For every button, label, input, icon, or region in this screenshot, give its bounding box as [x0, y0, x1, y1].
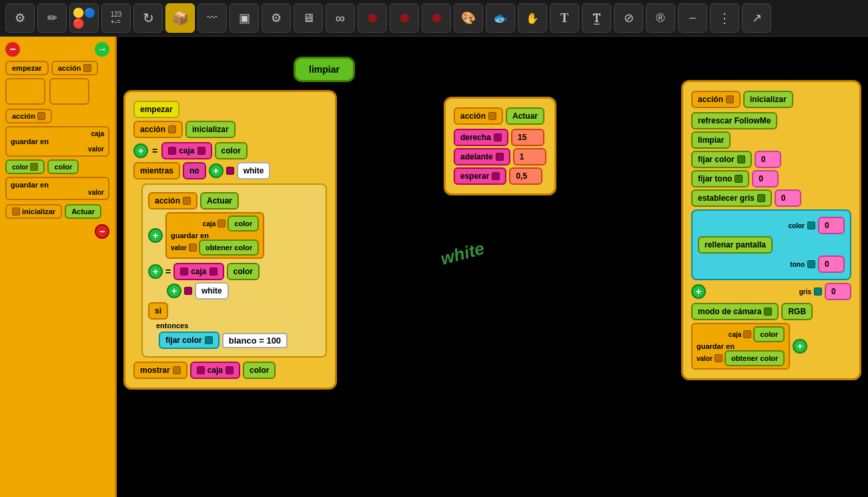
- registered-btn[interactable]: ®: [646, 3, 675, 33]
- sidebar-valor2-label: valor: [88, 189, 104, 196]
- accion1-connector: [168, 125, 176, 133]
- rellenar-block: rellenar pantalla: [698, 236, 773, 254]
- stop3-btn[interactable]: ⊗: [422, 3, 451, 33]
- val1-block: 1: [513, 148, 546, 165]
- minus-btn[interactable]: −: [678, 3, 707, 33]
- refresh-btn[interactable]: ↻: [133, 3, 163, 33]
- sidebar-plus-btn[interactable]: →: [95, 42, 109, 57]
- right-add-btn2[interactable]: +: [793, 339, 807, 354]
- sidebar: − → empezar acción acción caja guardar e…: [0, 37, 117, 497]
- stop2-btn[interactable]: ⊗: [390, 3, 419, 33]
- palette-btn[interactable]: 🎨: [454, 3, 483, 33]
- text2-btn[interactable]: T̲: [582, 3, 611, 33]
- val0-5-block: 0: [818, 256, 845, 273]
- right-accion-conn: [726, 95, 734, 103]
- mostrar-conn: [173, 366, 181, 374]
- frame-btn[interactable]: ▣: [230, 3, 259, 33]
- color-label-r: color: [789, 222, 805, 229]
- gear2-btn[interactable]: ⚙: [262, 3, 291, 33]
- val0-1-block: 0: [755, 151, 781, 168]
- caja2-conn1: [180, 268, 188, 276]
- add-btn-2[interactable]: +: [148, 228, 163, 243]
- right-establecer-gris: establecer gris: [691, 189, 772, 207]
- dots-btn[interactable]: ⋮: [710, 3, 739, 33]
- sidebar-minus-btn[interactable]: −: [5, 42, 20, 57]
- monitor-btn[interactable]: 🖥: [294, 3, 323, 33]
- fijar-color-conn: [205, 336, 213, 344]
- val0-2-block: 0: [752, 170, 779, 187]
- mientras-body: acción Actuar + caja color: [141, 183, 327, 358]
- caja2-block: caja: [173, 263, 224, 280]
- guardar-caja-connector: [218, 219, 226, 227]
- sidebar-actuar: Actuar: [65, 204, 101, 219]
- floating-white-text: white: [438, 238, 486, 270]
- pencil-btn[interactable]: ✏: [37, 3, 67, 33]
- right-valor-label: valor: [697, 355, 713, 362]
- mientras-block: mientras: [133, 162, 180, 179]
- fish-btn[interactable]: 🐟: [486, 3, 515, 33]
- mostrar-block: mostrar: [133, 362, 187, 379]
- sidebar-valor-label: valor: [88, 145, 104, 153]
- add-btn-1[interactable]: +: [133, 143, 148, 158]
- add-btn-mientras[interactable]: +: [209, 163, 224, 178]
- valor-label-3: valor: [171, 244, 187, 252]
- valor-connector: [189, 243, 197, 252]
- box-btn[interactable]: 📦: [165, 3, 195, 33]
- no-block: no: [183, 162, 206, 179]
- empezar-block: empezar: [133, 101, 179, 118]
- main-program-block: empezar acción inicializar + = caja colo…: [123, 90, 337, 390]
- wave-btn[interactable]: 〰: [197, 3, 227, 33]
- right-limpiar-block: limpiar: [691, 131, 731, 149]
- sidebar-accion-connector: [83, 64, 91, 72]
- color-r-conn: [807, 221, 815, 229]
- caja1-block: caja: [161, 142, 211, 159]
- sidebar-bottom-minus[interactable]: −: [95, 224, 109, 239]
- right-caja-label: caja: [729, 331, 741, 338]
- esperar-block: esperar: [454, 167, 506, 185]
- esperar-conn: [492, 172, 500, 180]
- blanco-input[interactable]: blanco = 100: [222, 333, 288, 348]
- settings-wheel-btn[interactable]: ⚙: [5, 3, 35, 33]
- val0-6-block: 0: [825, 283, 851, 300]
- add-btn-4[interactable]: +: [167, 284, 181, 298]
- right-fijar-color: fijar color: [691, 151, 752, 168]
- limpiar-button[interactable]: limpiar: [294, 57, 355, 82]
- hand-btn[interactable]: ✋: [518, 3, 547, 33]
- colors-btn[interactable]: 🟡🔵🔴: [69, 3, 99, 33]
- number-btn[interactable]: 123+-=: [101, 3, 131, 33]
- adelante-block: adelante: [454, 148, 510, 165]
- right-add-btn[interactable]: +: [691, 284, 706, 299]
- cursor-btn[interactable]: ↗: [742, 3, 771, 33]
- text-btn[interactable]: T: [550, 3, 579, 33]
- right-gris-conn: [757, 194, 765, 202]
- color2-block: color: [227, 263, 260, 280]
- modo-conn: [764, 308, 772, 316]
- stop-btn[interactable]: ⊗: [358, 3, 387, 33]
- sidebar-guardar: caja guardar en valor: [5, 126, 109, 157]
- right-fijar-tono-conn: [735, 175, 743, 183]
- actuar-program-block: acción Actuar derecha 15 adelante: [444, 97, 556, 195]
- caja1-connector2: [197, 147, 205, 155]
- infinity-btn[interactable]: ∞: [326, 3, 355, 33]
- sidebar-caja-label: caja: [91, 130, 104, 137]
- sidebar-accion: acción: [51, 61, 98, 75]
- obtener-color-block: obtener color: [199, 239, 259, 256]
- caja2-conn2: [209, 268, 218, 276]
- right-guardar-en-label: guardar en: [697, 342, 735, 350]
- white1-block: white: [237, 162, 271, 179]
- refrescar-block: refrescar FollowMe: [691, 112, 777, 129]
- accion2-block: acción: [148, 192, 197, 209]
- caja-label-2: caja: [203, 220, 215, 227]
- derecha-conn: [494, 133, 502, 141]
- mid-accion: acción: [454, 107, 503, 125]
- canvas: limpiar white empezar acción inicializar…: [117, 37, 868, 497]
- sidebar-guardar-label: guardar en: [11, 137, 49, 145]
- block1-btn[interactable]: ⊘: [614, 3, 643, 33]
- equals-sign-2: =: [165, 266, 171, 277]
- add-btn-3[interactable]: +: [148, 264, 163, 279]
- mid-accion-conn: [488, 112, 496, 120]
- si-block: si: [148, 302, 168, 320]
- right-program-block: acción inicializar refrescar FollowMe li…: [681, 80, 861, 380]
- fijar-color-block: fijar color: [159, 332, 220, 349]
- right-inicializar: inicializar: [743, 91, 793, 108]
